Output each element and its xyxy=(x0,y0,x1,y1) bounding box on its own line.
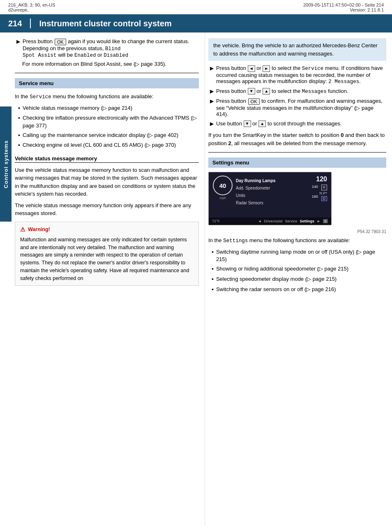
sidebar: Control systems xyxy=(0,32,12,526)
arrow-icon: ▶ xyxy=(210,98,214,104)
menu-item-2: Add. Speedometer xyxy=(236,185,313,192)
warning-box: ⚠ Warning! Malfunction and warning messa… xyxy=(15,222,199,286)
warning-icon: ⚠ xyxy=(20,225,25,234)
divider-line2 xyxy=(208,152,386,153)
nav-settings: Settings xyxy=(300,219,315,223)
info-box: the vehicle. Bring the vehicle to an aut… xyxy=(208,38,386,61)
step2-text: Press button ▼ or ▲ to select the Messag… xyxy=(216,88,348,95)
step3: ▶ Press button OK to confirm. For malfun… xyxy=(208,98,386,117)
down-arrow-btn2: ▼ xyxy=(244,120,251,127)
list-item: Switching the radar sensors on or off (▷… xyxy=(212,286,386,294)
list-item: Showing or hiding additional speedometer… xyxy=(212,265,386,273)
left-arrow-btn: ◄ xyxy=(248,65,255,72)
up-arrow-btn: ▲ xyxy=(263,88,270,95)
sidebar-label-wrap: Control systems xyxy=(0,106,12,222)
title-divider xyxy=(30,19,31,28)
header-right: 2009-05-15T11:47:50+02:00 - Seite 214 Ve… xyxy=(303,2,384,12)
header-left: 216_AKB; 3; 90, en-US d2ureepe, xyxy=(8,2,55,12)
up-arrow-btn2: ▲ xyxy=(258,120,266,127)
title-bar: 214 Instrument cluster control system xyxy=(0,14,392,32)
arrow-icon: ▶ xyxy=(16,39,20,44)
settings-intro: In the Settings menu the following funct… xyxy=(208,236,386,245)
warning-title: ⚠ Warning! xyxy=(20,225,194,234)
step4: ▶ Use button ▼ or ▲ to scroll through th… xyxy=(208,120,386,127)
sidebar-label: Control systems xyxy=(3,140,9,188)
list-item: Selecting speedometer display mode (▷ pa… xyxy=(212,275,386,284)
main-content: ▶ Press button OK again if you would lik… xyxy=(12,32,392,526)
list-item: Checking engine oil level (CL 600 and CL… xyxy=(18,141,199,150)
step4-text: Use button ▼ or ▲ to scroll through the … xyxy=(216,120,342,127)
vsm-section-title: Vehicle status message memory xyxy=(15,155,199,163)
settings-image: 40 mph Day Running Lamps Add. Speedomete… xyxy=(208,172,332,225)
nav-service: Service xyxy=(285,219,297,223)
step1: ▶ Press button ◄ or ► to select the Serv… xyxy=(208,65,386,85)
image-credit: P54.32 7803 31 xyxy=(208,229,386,234)
list-item: Checking tire inflation pressure electro… xyxy=(18,114,199,129)
more-info-text: For more information on Blind Spot Assis… xyxy=(15,60,199,68)
list-item: Calling up the maintenance service indic… xyxy=(18,132,199,140)
list-item: Switching daytime running lamp mode on o… xyxy=(212,248,386,263)
service-menu-list: Vehicle status message memory (▷ page 21… xyxy=(15,104,199,150)
step3-text: Press button OK to confirm. For malfunct… xyxy=(216,98,386,117)
settings-menu-header: Settings menu xyxy=(208,157,386,168)
step2: ▶ Press button ▼ or ▲ to select the Mess… xyxy=(208,88,386,95)
menu-item-3: Units xyxy=(236,192,313,199)
divider-line xyxy=(15,73,199,73)
vsm-para2: The vehicle status message memory functi… xyxy=(15,201,199,217)
right-arrow-btn: ► xyxy=(263,65,270,72)
down-arrow-btn: ▼ xyxy=(248,88,255,95)
nav-drive-assist: DriveAssist xyxy=(264,219,283,223)
vsm-para1: Use the vehicle status message memory fu… xyxy=(15,166,199,198)
service-menu-header: Service menu xyxy=(15,78,199,88)
ok-btn: OK xyxy=(248,98,260,105)
page-title: Instrument cluster control system xyxy=(39,19,171,28)
step1-text: Press button ◄ or ► to select the Servic… xyxy=(216,65,386,85)
menu-item-1: Day Running Lamps xyxy=(236,177,313,185)
warning-body: Malfunction and warning messages are onl… xyxy=(20,237,189,281)
intro-bullet: ▶ Press button OK again if you would lik… xyxy=(15,38,199,58)
settings-menu-list: Switching daytime running lamp mode on o… xyxy=(208,248,386,294)
arrow-icon: ▶ xyxy=(210,121,214,127)
list-item: Vehicle status message memory (▷ page 21… xyxy=(18,104,199,113)
menu-item-4: Radar Sensors xyxy=(236,199,313,207)
content-wrap: Control systems ▶ Press button OK again … xyxy=(0,32,392,526)
intro-bullet-text: Press button OK again if you would like … xyxy=(23,38,189,58)
ok-button-icon: OK xyxy=(55,39,66,45)
left-column: ▶ Press button OK again if you would lik… xyxy=(12,32,205,526)
right-column: the vehicle. Bring the vehicle to an aut… xyxy=(205,32,392,526)
arrow-icon: ▶ xyxy=(210,88,214,94)
service-menu-intro: In the Service menu the following functi… xyxy=(15,93,199,101)
arrow-icon: ▶ xyxy=(210,65,214,71)
page-header: 216_AKB; 3; 90, en-US d2ureepe, 2009-05-… xyxy=(0,0,392,14)
final-para: If you turn the SmartKey in the starter … xyxy=(208,131,386,147)
page-number: 214 xyxy=(8,19,22,28)
